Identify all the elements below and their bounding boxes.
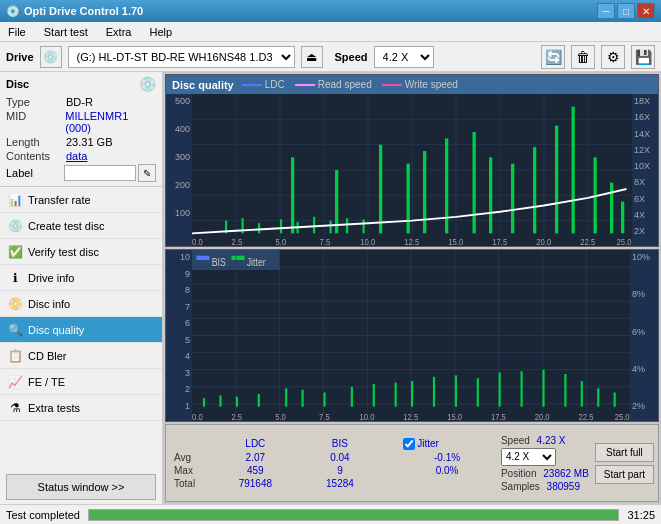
chart-legend: LDC Read speed Write speed	[242, 79, 458, 90]
svg-rect-18	[280, 219, 282, 233]
svg-rect-31	[489, 157, 492, 233]
minimize-button[interactable]: ─	[597, 3, 615, 19]
eject-button[interactable]: ⏏	[301, 46, 323, 68]
table-row: Total 791648 15284	[170, 477, 495, 490]
disc-section: Disc 💿 Type BD-R MID MILLENMR1 (000) Len…	[0, 72, 162, 187]
svg-text:12.5: 12.5	[404, 236, 419, 246]
svg-rect-88	[499, 373, 501, 407]
svg-rect-89	[521, 371, 523, 407]
nav-fe-te-label: FE / TE	[28, 376, 65, 388]
svg-rect-84	[411, 381, 413, 407]
nav-transfer-rate[interactable]: 📊 Transfer rate	[0, 187, 162, 213]
nav-disc-quality[interactable]: 🔍 Disc quality	[0, 317, 162, 343]
refresh-button[interactable]: 🔄	[541, 45, 565, 69]
svg-rect-54	[231, 256, 244, 260]
start-buttons: Start full Start part	[595, 443, 654, 484]
disc-section-title: Disc	[6, 78, 29, 90]
main-area: Disc 💿 Type BD-R MID MILLENMR1 (000) Len…	[0, 72, 661, 504]
svg-text:7.5: 7.5	[320, 236, 331, 246]
legend-write-speed: Write speed	[382, 79, 458, 90]
svg-text:15.0: 15.0	[447, 411, 462, 421]
svg-rect-83	[395, 383, 397, 407]
progress-bar-fill	[89, 510, 618, 520]
svg-rect-94	[614, 393, 616, 407]
save-button[interactable]: 💾	[631, 45, 655, 69]
svg-rect-90	[542, 370, 544, 407]
settings-button[interactable]: ⚙	[601, 45, 625, 69]
app-icon: 💿	[6, 5, 20, 18]
menu-extra[interactable]: Extra	[102, 24, 136, 40]
mid-label: MID	[6, 110, 65, 134]
svg-text:15.0: 15.0	[448, 236, 463, 246]
speed-row: Speed 4.23 X	[501, 435, 589, 446]
start-full-button[interactable]: Start full	[595, 443, 654, 462]
status-window-button[interactable]: Status window >>	[6, 474, 156, 500]
svg-text:2.5: 2.5	[231, 411, 242, 421]
row-avg-label: Avg	[170, 451, 210, 464]
contents-label: Contents	[6, 150, 66, 162]
svg-text:10.0: 10.0	[360, 236, 375, 246]
maximize-button[interactable]: □	[617, 3, 635, 19]
menu-file[interactable]: File	[4, 24, 30, 40]
row-avg-jitter: -0.1%	[399, 451, 495, 464]
svg-rect-74	[203, 398, 205, 407]
status-bar: Test completed 31:25	[0, 504, 661, 524]
nav-transfer-rate-label: Transfer rate	[28, 194, 91, 206]
drive-select[interactable]: (G:) HL-DT-ST BD-RE WH16NS48 1.D3	[68, 46, 295, 68]
nav-cd-bler-label: CD Bler	[28, 350, 67, 362]
svg-rect-79	[302, 390, 304, 407]
top-chart-svg: 0.0 2.5 5.0 7.5 10.0 12.5 15.0 17.5 20.0…	[192, 94, 632, 246]
table-row: Avg 2.07 0.04 -0.1%	[170, 451, 495, 464]
samples-value: 380959	[547, 481, 580, 492]
contents-value[interactable]: data	[66, 150, 87, 162]
erase-button[interactable]: 🗑	[571, 45, 595, 69]
menu-bar: File Start test Extra Help	[0, 22, 661, 42]
nav-verify-test-disc[interactable]: ✅ Verify test disc	[0, 239, 162, 265]
nav-cd-bler[interactable]: 📋 CD Bler	[0, 343, 162, 369]
nav-disc-info-label: Disc info	[28, 298, 70, 310]
status-time: 31:25	[627, 509, 655, 521]
row-max-bis: 9	[301, 464, 379, 477]
svg-rect-30	[473, 132, 476, 233]
speed-select[interactable]: 4.2 X	[374, 46, 434, 68]
close-button[interactable]: ✕	[637, 3, 655, 19]
svg-rect-80	[323, 393, 325, 407]
svg-text:0.0: 0.0	[192, 236, 203, 246]
svg-text:25.0 GB: 25.0 GB	[615, 411, 630, 421]
svg-rect-22	[346, 218, 348, 233]
nav-create-test-disc-label: Create test disc	[28, 220, 104, 232]
row-total-ldc: 791648	[210, 477, 301, 490]
speed-select-stat[interactable]: 4.2 X	[501, 448, 556, 466]
nav-items: 📊 Transfer rate 💿 Create test disc ✅ Ver…	[0, 187, 162, 470]
svg-text:20.0: 20.0	[535, 411, 550, 421]
nav-create-test-disc[interactable]: 💿 Create test disc	[0, 213, 162, 239]
nav-fe-te[interactable]: 📈 FE / TE	[0, 369, 162, 395]
label-input[interactable]	[64, 165, 136, 181]
menu-help[interactable]: Help	[145, 24, 176, 40]
svg-text:Jitter: Jitter	[247, 256, 266, 268]
svg-text:5.0: 5.0	[276, 236, 287, 246]
svg-rect-21	[330, 221, 332, 234]
label-key: Label	[6, 167, 64, 179]
label-edit-button[interactable]: ✎	[138, 164, 156, 182]
svg-rect-92	[581, 381, 583, 407]
nav-drive-info[interactable]: ℹ Drive info	[0, 265, 162, 291]
start-part-button[interactable]: Start part	[595, 465, 654, 484]
nav-extra-tests[interactable]: ⚗ Extra tests	[0, 395, 162, 421]
svg-text:25.0 GB: 25.0 GB	[617, 236, 632, 246]
svg-rect-20	[313, 217, 315, 233]
mid-value: MILLENMR1 (000)	[65, 110, 156, 134]
jitter-checkbox[interactable]	[403, 438, 415, 450]
svg-rect-82	[373, 384, 375, 407]
app-title: 💿 Opti Drive Control 1.70	[6, 5, 143, 18]
svg-rect-26	[379, 145, 382, 234]
svg-rect-32	[511, 164, 514, 234]
menu-start-test[interactable]: Start test	[40, 24, 92, 40]
svg-rect-35	[572, 107, 575, 234]
svg-rect-38	[621, 202, 624, 234]
table-row: Max 459 9 0.0%	[170, 464, 495, 477]
nav-disc-info[interactable]: 📀 Disc info	[0, 291, 162, 317]
stats-table-area: LDC BIS Jitter Avg	[170, 437, 495, 490]
drive-bar: Drive 💿 (G:) HL-DT-ST BD-RE WH16NS48 1.D…	[0, 42, 661, 72]
svg-rect-77	[258, 394, 260, 407]
